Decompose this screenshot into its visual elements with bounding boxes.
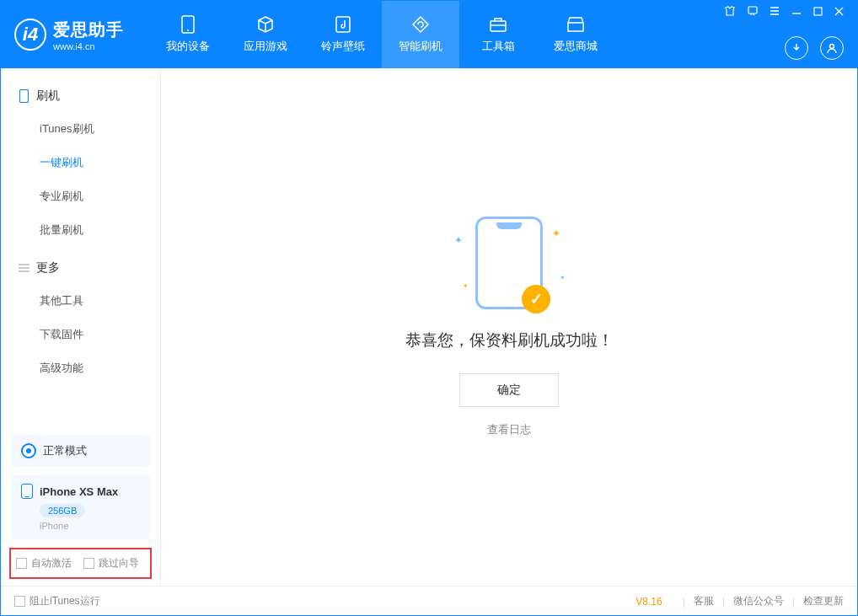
svg-rect-5 [814,8,822,15]
tab-label: 应用游戏 [244,39,287,54]
svg-rect-3 [491,21,506,31]
tab-store[interactable]: 爱思商城 [537,1,614,68]
app-title: 爱思助手 [53,19,124,41]
phone-small-icon [21,484,33,499]
sparkle-icon: ✦ [463,282,469,290]
device-name: iPhone XS Max [40,485,118,498]
tab-label: 我的设备 [166,39,210,54]
check-badge-icon: ✓ [522,285,550,313]
footer-link-wechat[interactable]: 微信公众号 [733,594,784,608]
checkbox-label: 阻止iTunes运行 [29,594,100,608]
tab-smart-flash[interactable]: 智能刷机 [382,1,459,68]
main-content: ✦ ✦ ✦ ✦ ✓ 恭喜您，保资料刷机成功啦！ 确定 查看日志 [161,68,857,586]
section-title: 刷机 [36,88,60,104]
shirt-icon[interactable] [724,6,736,16]
success-message: 恭喜您，保资料刷机成功啦！ [405,329,614,351]
tab-label: 铃声壁纸 [321,39,365,54]
user-icon[interactable] [820,36,844,60]
version-label: V8.16 [635,596,662,608]
device-type: iPhone [40,521,140,531]
mode-card[interactable]: 正常模式 [11,435,150,467]
app-logo: i4 爱思助手 www.i4.cn [14,19,124,51]
menu-icon[interactable] [770,6,780,16]
cube-icon [256,15,275,34]
svg-rect-7 [19,90,28,103]
mode-label: 正常模式 [43,443,87,458]
header-bar: i4 爱思助手 www.i4.cn 我的设备 应用游戏 铃声壁纸 智能刷机 工具… [1,1,857,68]
app-url: www.i4.cn [53,41,124,51]
ok-button[interactable]: 确定 [459,373,559,407]
tab-label: 工具箱 [482,39,515,54]
svg-point-1 [187,29,189,31]
sidebar-item-download-firmware[interactable]: 下载固件 [1,318,160,351]
checkbox-icon [16,558,27,569]
device-card[interactable]: iPhone XS Max 256GB iPhone [11,475,150,539]
checkbox-label: 跳过向导 [99,556,139,570]
refresh-icon [411,15,430,34]
checkbox-skip-guide[interactable]: 跳过向导 [83,556,139,570]
sparkle-icon: ✦ [454,234,463,246]
checkbox-icon [14,596,25,607]
checkbox-block-itunes[interactable]: 阻止iTunes运行 [14,594,100,608]
mode-dot-icon [21,443,36,458]
sidebar-item-itunes-flash[interactable]: iTunes刷机 [1,112,160,146]
list-icon [18,262,29,274]
sparkle-icon: ✦ [560,274,566,281]
sidebar-item-other-tools[interactable]: 其他工具 [1,284,160,318]
sidebar-item-advanced[interactable]: 高级功能 [1,351,160,385]
sidebar-section-flash: 刷机 [1,80,160,112]
music-icon [334,15,352,34]
sidebar-item-batch-flash[interactable]: 批量刷机 [1,213,160,247]
tab-label: 智能刷机 [399,39,442,54]
download-icon[interactable] [785,36,808,60]
sidebar: 刷机 iTunes刷机 一键刷机 专业刷机 批量刷机 更多 其他工具 下载固件 … [1,68,161,586]
logo-icon: i4 [14,19,46,51]
feedback-icon[interactable] [748,6,758,16]
minimize-icon[interactable] [791,6,802,16]
footer-bar: 阻止iTunes运行 V8.16 | 客服 | 微信公众号 | 检查更新 [1,586,857,616]
tab-toolbox[interactable]: 工具箱 [459,1,537,68]
toolbox-icon [489,15,507,34]
checkbox-label: 自动激活 [31,556,72,570]
device-capacity: 256GB [40,504,85,517]
store-icon [566,15,585,34]
main-tabs: 我的设备 应用游戏 铃声壁纸 智能刷机 工具箱 爱思商城 [149,1,614,68]
success-illustration: ✦ ✦ ✦ ✦ ✓ [475,217,543,309]
phone-icon [18,90,29,102]
footer-link-update[interactable]: 检查更新 [803,594,844,608]
highlighted-options: 自动激活 跳过向导 [9,548,152,579]
device-icon [179,15,197,34]
sparkle-icon: ✦ [552,228,560,239]
maximize-icon[interactable] [813,6,823,16]
svg-point-6 [830,45,834,49]
sidebar-section-more: 更多 [1,252,160,284]
svg-rect-4 [748,7,757,13]
section-title: 更多 [36,260,60,276]
checkbox-icon [83,558,94,569]
sidebar-item-pro-flash[interactable]: 专业刷机 [1,179,160,213]
window-controls [724,6,844,16]
view-log-link[interactable]: 查看日志 [487,422,531,437]
tab-my-device[interactable]: 我的设备 [149,1,227,68]
sidebar-item-oneclick-flash[interactable]: 一键刷机 [1,146,160,179]
tab-ringtones[interactable]: 铃声壁纸 [304,1,382,68]
tab-label: 爱思商城 [554,39,598,54]
tab-apps-games[interactable]: 应用游戏 [227,1,304,68]
footer-link-support[interactable]: 客服 [694,594,714,608]
close-icon[interactable] [834,6,844,16]
checkbox-auto-activate[interactable]: 自动激活 [16,556,72,570]
